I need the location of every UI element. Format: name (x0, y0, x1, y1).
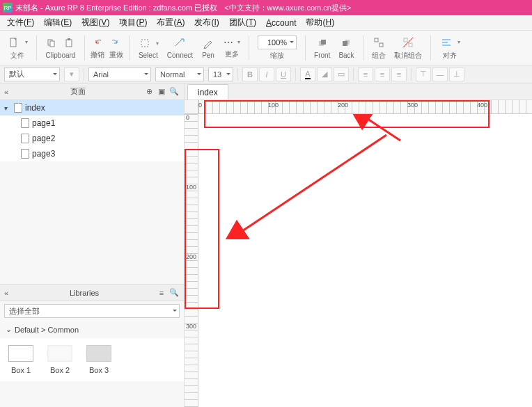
canvas-viewport[interactable]: 0 100 200 300 400 0 100 200 300 (185, 100, 532, 407)
file-dropdown-icon[interactable]: ▾ (25, 39, 28, 45)
ungroup-button[interactable]: 取消组合 (391, 35, 425, 61)
align-right-button[interactable]: ≡ (391, 67, 407, 81)
style-paint-icon[interactable]: ▾ (64, 67, 79, 81)
main-area: « 页面 ⊕ ▣ 🔍 ▾ index page1 page2 page3 (0, 83, 532, 407)
shape-box1[interactable]: Box 1 (8, 345, 33, 374)
libs-collapse-icon[interactable]: « (4, 289, 14, 297)
valign-bottom-button[interactable]: ⊥ (449, 67, 464, 81)
ruler-corner (185, 100, 198, 114)
page-root-label: index (25, 103, 45, 113)
more-dropdown-icon[interactable]: ▾ (237, 39, 240, 45)
add-page-icon[interactable]: ⊕ (143, 86, 155, 97)
add-folder-icon[interactable]: ▣ (156, 86, 167, 97)
ungroup-icon (401, 35, 415, 49)
page-label: page1 (32, 118, 55, 128)
svg-line-14 (403, 38, 413, 47)
page-child-3[interactable]: page3 (0, 146, 184, 161)
svg-rect-4 (68, 38, 70, 40)
select-tool[interactable]: ▾ Select (135, 36, 162, 59)
bold-button[interactable]: B (242, 67, 258, 81)
svg-rect-2 (50, 41, 54, 47)
page-child-2[interactable]: page2 (0, 131, 184, 146)
page-child-1[interactable]: page1 (0, 115, 184, 131)
send-back-icon (339, 36, 353, 50)
shape-box3[interactable]: Box 3 (86, 345, 111, 374)
pen-tool[interactable]: Pen (198, 36, 218, 59)
undo-icon[interactable] (92, 36, 106, 50)
box1-preview-icon (8, 345, 33, 362)
valign-top-button[interactable]: ⊤ (416, 67, 431, 81)
page-icon (21, 118, 29, 128)
ruler-tick: 0 (186, 114, 189, 121)
search-pages-icon[interactable]: 🔍 (169, 86, 180, 97)
menu-account[interactable]: Account (262, 17, 300, 29)
select-dropdown-icon[interactable]: ▾ (156, 40, 159, 47)
connect-tool[interactable]: Connect (164, 36, 196, 59)
pen-icon (201, 36, 215, 50)
library-select-combo[interactable]: 选择全部 (4, 304, 180, 318)
zoom-group: 100% 缩放 (255, 35, 299, 61)
library-group-header[interactable]: ⌄ Default > Common (0, 321, 184, 338)
clipboard-group: Clipboard (42, 36, 79, 59)
menu-publish[interactable]: 发布(I) (190, 15, 223, 30)
connect-label: Connect (167, 51, 193, 59)
fill-color-button[interactable]: ◢ (317, 67, 332, 81)
group-button[interactable]: 组合 (369, 35, 389, 61)
file-group: ▾ 文件 (4, 35, 31, 61)
search-libs-icon[interactable]: 🔍 (169, 287, 180, 298)
libs-menu-icon[interactable]: ≡ (156, 287, 167, 298)
font-style-combo[interactable]: Normal (155, 67, 204, 81)
more-tools[interactable]: ⋯▾ 更多 (221, 37, 243, 59)
style-preset-combo[interactable]: 默认 (4, 67, 60, 81)
window-title: 末部名 - Axure RP 8 Enterprise Edition : zd… (15, 3, 217, 13)
shape-label: Box 1 (11, 366, 31, 374)
svg-rect-9 (343, 41, 347, 46)
menu-team[interactable]: 团队(T) (225, 15, 260, 30)
text-color-button[interactable]: A (300, 67, 315, 81)
redo-icon[interactable] (107, 36, 121, 50)
pages-collapse-icon[interactable]: « (4, 88, 14, 96)
zoom-label: 缩放 (270, 51, 284, 61)
valign-middle-button[interactable]: — (432, 67, 448, 81)
menu-file[interactable]: 文件(F) (3, 15, 38, 30)
pages-panel-header: « 页面 ⊕ ▣ 🔍 (0, 83, 184, 100)
svg-rect-7 (321, 40, 326, 45)
pen-label: Pen (202, 51, 214, 59)
front-button[interactable]: Front (311, 36, 333, 59)
page-icon (14, 103, 22, 113)
border-color-button[interactable]: ▭ (334, 67, 349, 81)
canvas-tabstrip: index (185, 83, 532, 100)
back-button[interactable]: Back (336, 36, 357, 59)
paste-icon[interactable] (62, 36, 76, 50)
align-dropdown-icon[interactable]: ▾ (457, 39, 460, 45)
vertical-ruler[interactable]: 0 100 200 300 (185, 114, 198, 407)
menu-project[interactable]: 项目(P) (115, 15, 151, 30)
zoom-combo[interactable]: 100% (258, 35, 297, 49)
libraries-panel: « Libraries ≡ 🔍 选择全部 ⌄ Default > Common … (0, 284, 184, 407)
design-canvas[interactable] (198, 114, 532, 407)
italic-button[interactable]: I (259, 67, 274, 81)
menu-arrange[interactable]: 布置(A) (152, 15, 189, 30)
ruler-tick: 100 (268, 102, 279, 109)
align-button[interactable]: ▾ 对齐 (437, 35, 463, 61)
page-root[interactable]: ▾ index (0, 100, 184, 115)
undo-redo-group: 撤销 重做 (91, 36, 123, 60)
shape-box2[interactable]: Box 2 (47, 345, 72, 374)
font-family-combo[interactable]: Arial (88, 67, 151, 81)
menu-view[interactable]: 视图(V) (77, 15, 114, 30)
menu-help[interactable]: 帮助(H) (302, 15, 338, 30)
connect-icon (173, 36, 187, 50)
menu-edit[interactable]: 编辑(E) (40, 15, 76, 30)
copy-icon[interactable] (45, 36, 59, 50)
align-center-button[interactable]: ≡ (375, 67, 390, 81)
font-size-combo[interactable]: 13 (208, 67, 233, 81)
canvas-tab-index[interactable]: index (187, 84, 228, 99)
redo-label: 重做 (109, 50, 123, 60)
expand-icon[interactable]: ▾ (4, 104, 11, 112)
ruler-tick: 100 (186, 184, 196, 191)
underline-button[interactable]: U (276, 67, 291, 81)
svg-rect-3 (66, 40, 72, 47)
horizontal-ruler[interactable]: 0 100 200 300 400 (198, 100, 532, 114)
align-left-button[interactable]: ≡ (358, 67, 373, 81)
new-file-icon[interactable] (7, 35, 21, 49)
